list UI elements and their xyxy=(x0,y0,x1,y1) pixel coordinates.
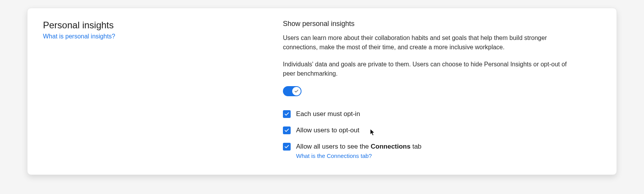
checkbox-label-opt-in: Each user must opt-in xyxy=(296,109,360,119)
checkbox-label-connections: Allow all users to see the Connections t… xyxy=(296,142,421,160)
label-post: tab xyxy=(411,143,421,150)
description-paragraph-1: Users can learn more about their collabo… xyxy=(283,33,577,52)
cursor-icon xyxy=(370,129,375,136)
toggle-knob xyxy=(292,87,301,95)
check-icon xyxy=(284,144,289,149)
show-insights-toggle[interactable] xyxy=(283,86,301,96)
label-bold: Connections xyxy=(371,143,411,150)
option-row-opt-in: Each user must opt-in xyxy=(283,109,601,119)
help-link-connections-tab[interactable]: What is the Connections tab? xyxy=(296,152,421,160)
help-link-personal-insights[interactable]: What is personal insights? xyxy=(43,33,115,40)
option-row-opt-out: Allow users to opt-out xyxy=(283,126,601,135)
check-icon xyxy=(284,111,289,117)
subtitle: Show personal insights xyxy=(283,20,601,28)
label-text: Each user must opt-in xyxy=(296,110,360,118)
left-column: Personal insights What is personal insig… xyxy=(43,20,267,167)
checkbox-opt-in[interactable] xyxy=(283,110,291,118)
checkbox-connections[interactable] xyxy=(283,143,291,151)
option-row-connections: Allow all users to see the Connections t… xyxy=(283,142,601,160)
checkbox-opt-out[interactable] xyxy=(283,126,291,134)
check-icon xyxy=(294,89,299,94)
settings-card: Personal insights What is personal insig… xyxy=(27,8,617,175)
label-text: Allow users to opt-out xyxy=(296,126,359,134)
checkbox-label-opt-out: Allow users to opt-out xyxy=(296,126,359,135)
label-pre: Allow all users to see the xyxy=(296,143,371,150)
right-column: Show personal insights Users can learn m… xyxy=(283,20,601,167)
description-paragraph-2: Individuals' data and goals are private … xyxy=(283,60,577,78)
check-icon xyxy=(284,128,289,133)
section-title: Personal insights xyxy=(43,20,267,31)
